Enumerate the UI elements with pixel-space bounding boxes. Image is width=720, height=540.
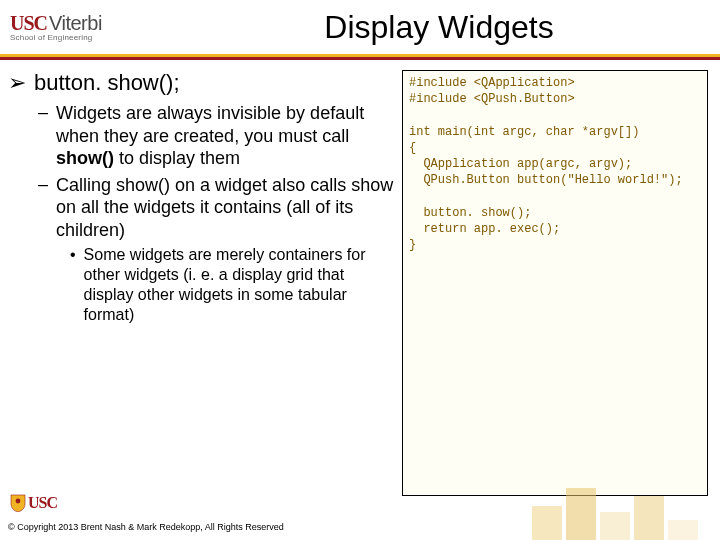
bullet-level1-text: button. show();	[34, 70, 180, 96]
bullet-level2a-pre: Widgets are always invisible by default …	[56, 103, 364, 146]
dash-icon: –	[38, 174, 48, 242]
left-column: ➢ button. show(); – Widgets are always i…	[8, 70, 396, 496]
logo-usc-text: USC	[10, 12, 47, 35]
deco-bar-icon	[668, 520, 698, 540]
bullet-level1: ➢ button. show();	[8, 70, 396, 96]
bullet-level2b-text: Calling show() on a widget also calls sh…	[56, 174, 396, 242]
arrow-icon: ➢	[8, 70, 26, 96]
logo-subtitle: School of Engineering	[10, 33, 92, 42]
shield-icon	[10, 494, 26, 512]
logo-viterbi-text: Viterbi	[49, 12, 102, 35]
deco-bar-icon	[634, 496, 664, 540]
svg-point-0	[16, 499, 21, 504]
copyright-text: © Copyright 2013 Brent Nash & Mark Redek…	[8, 522, 284, 532]
slide-title: Display Widgets	[158, 9, 720, 46]
bullet-level2: – Calling show() on a widget also calls …	[38, 174, 396, 242]
bullet-level2a-post: to display them	[114, 148, 240, 168]
slide: USC Viterbi School of Engineering Displa…	[0, 0, 720, 540]
dash-icon: –	[38, 102, 48, 170]
slide-body: ➢ button. show(); – Widgets are always i…	[0, 60, 720, 496]
bullet-level2a-text: Widgets are always invisible by default …	[56, 102, 396, 170]
dot-icon: •	[70, 245, 76, 325]
bullet-level3: • Some widgets are merely containers for…	[70, 245, 396, 325]
code-block: #include <QApplication> #include <QPush.…	[402, 70, 708, 496]
usc-footer-logo: USC	[10, 494, 57, 512]
deco-bar-icon	[532, 506, 562, 540]
viterbi-logo: USC Viterbi School of Engineering	[0, 12, 158, 42]
bullet-level2a-bold: show()	[56, 148, 114, 168]
header: USC Viterbi School of Engineering Displa…	[0, 0, 720, 54]
bullet-level3-text: Some widgets are merely containers for o…	[84, 245, 396, 325]
right-column: #include <QApplication> #include <QPush.…	[402, 70, 708, 496]
bullet-level2: – Widgets are always invisible by defaul…	[38, 102, 396, 170]
deco-bar-icon	[600, 512, 630, 540]
usc-footer-text: USC	[28, 494, 57, 512]
